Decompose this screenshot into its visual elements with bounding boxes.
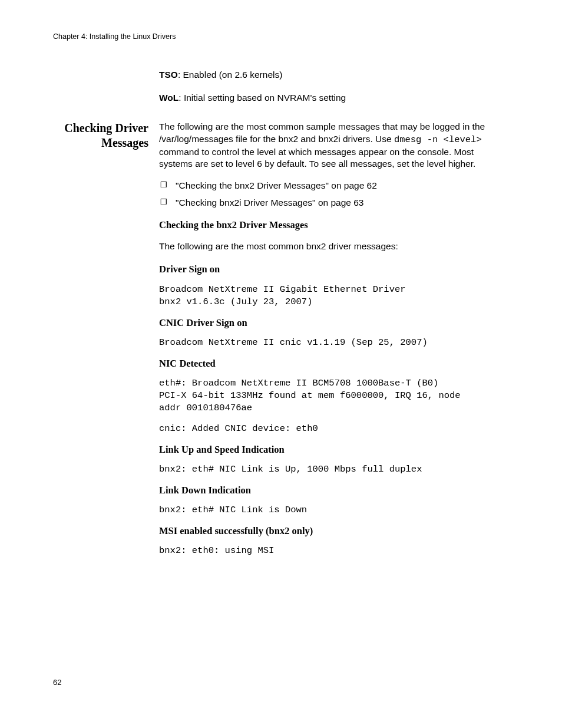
side-heading-line2: Messages [101, 136, 148, 149]
content-area: TSO: Enabled (on 2.6 kernels) WoL: Initi… [53, 69, 509, 565]
heading-link-up: Link Up and Speed Indication [159, 443, 509, 456]
intro-cmd: dmesg -n <level> [394, 134, 482, 145]
bullet-1-text: "Checking the bnx2 Driver Messages" on p… [176, 180, 377, 190]
page: Chapter 4: Installing the Linux Drivers … [0, 0, 562, 728]
side-heading: Checking Driver Messages [53, 121, 148, 150]
code-msi: bnx2: eth0: using MSI [159, 545, 509, 557]
heading-nic-detected: NIC Detected [159, 357, 509, 370]
wol-text: : Initial setting based on NVRAM's setti… [178, 93, 346, 103]
tso-text: : Enabled (on 2.6 kernels) [178, 70, 283, 80]
bullet-list: "Checking the bnx2 Driver Messages" on p… [159, 180, 509, 209]
list-item: "Checking bnx2i Driver Messages" on page… [159, 197, 509, 209]
heading-msi: MSI enabled successfully (bnx2 only) [159, 525, 509, 538]
wol-line: WoL: Initial setting based on NVRAM's se… [159, 92, 509, 104]
list-item: "Checking the bnx2 Driver Messages" on p… [159, 180, 509, 192]
page-number: 62 [53, 677, 61, 688]
heading-link-down: Link Down Indication [159, 484, 509, 497]
code-driver-signon: Broadcom NetXtreme II Gigabit Ethernet D… [159, 284, 509, 308]
code-link-down: bnx2: eth# NIC Link is Down [159, 504, 509, 516]
bullet-2-text: "Checking bnx2i Driver Messages" on page… [176, 197, 363, 207]
wol-label: WoL [159, 93, 178, 103]
heading-bnx2-messages: Checking the bnx2 Driver Messages [159, 219, 509, 232]
code-cnic-signon: Broadcom NetXtreme II cnic v1.1.19 (Sep … [159, 337, 509, 349]
bnx2-intro: The following are the most common bnx2 d… [159, 241, 509, 253]
intro-part2: command to control the level at which me… [159, 147, 475, 169]
tso-line: TSO: Enabled (on 2.6 kernels) [159, 69, 509, 81]
tso-label: TSO [159, 70, 178, 80]
heading-driver-signon: Driver Sign on [159, 263, 509, 276]
side-heading-line1: Checking Driver [64, 121, 148, 134]
code-link-up: bnx2: eth# NIC Link is Up, 1000 Mbps ful… [159, 463, 509, 476]
intro-paragraph: The following are the most common sample… [159, 121, 509, 171]
code-nic-detected-2: cnic: Added CNIC device: eth0 [159, 423, 509, 435]
heading-cnic-signon: CNIC Driver Sign on [159, 317, 509, 330]
code-nic-detected-1: eth#: Broadcom NetXtreme II BCM5708 1000… [159, 377, 509, 414]
running-head: Chapter 4: Installing the Linux Drivers [53, 32, 509, 42]
